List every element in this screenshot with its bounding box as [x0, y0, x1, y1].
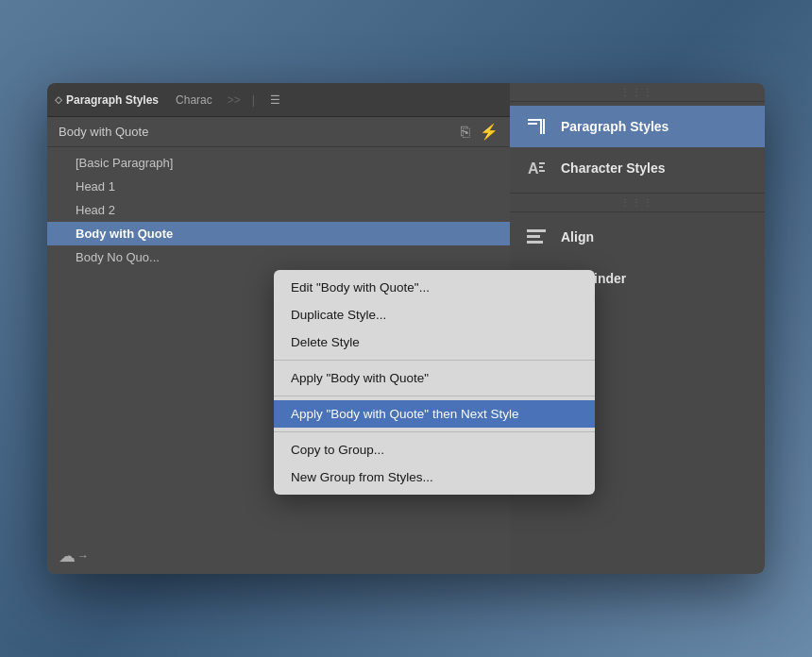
style-item-body-with-quote[interactable]: Body with Quote	[47, 222, 510, 245]
context-menu: Edit "Body with Quote"... Duplicate Styl…	[274, 270, 595, 495]
menu-item-copy-group[interactable]: Copy to Group...	[274, 436, 595, 463]
drag-dots: ⋮⋮⋮	[620, 87, 654, 97]
current-style-name: Body with Quote	[59, 125, 461, 139]
menu-item-apply-next[interactable]: Apply "Body with Quote" then Next Style	[274, 400, 595, 428]
right-panel-drag-handle-2: ⋮⋮⋮	[510, 194, 765, 212]
add-style-button[interactable]: ⎘	[461, 124, 470, 141]
style-item-basic-paragraph[interactable]: [Basic Paragraph]	[47, 151, 510, 175]
style-item-body-no-quote[interactable]: Body No Quo...	[47, 245, 510, 269]
right-panel-drag-handle: ⋮⋮⋮	[510, 83, 765, 102]
panel-title: Paragraph Styles	[66, 93, 159, 107]
style-header-actions: ⎘ ⚡	[461, 123, 499, 141]
context-menu-section-3: Apply "Body with Quote" then Next Style	[274, 396, 595, 432]
right-panel-item-paragraph-styles[interactable]: Paragraph Styles	[510, 106, 765, 147]
main-container: ◇ Paragraph Styles Charac >> | ☰ Body wi…	[47, 83, 765, 574]
character-styles-label: Character Styles	[561, 160, 666, 176]
tab-more[interactable]: >>	[226, 90, 243, 110]
cloud-arrow: →	[77, 549, 89, 563]
svg-text:A: A	[528, 160, 539, 177]
svg-rect-1	[528, 123, 537, 125]
context-menu-section-1: Edit "Body with Quote"... Duplicate Styl…	[274, 270, 595, 361]
right-panel-top-items: Paragraph Styles A Character Styles	[510, 102, 765, 194]
tab-charac[interactable]: Charac	[170, 90, 218, 110]
tab-divider: |	[250, 90, 257, 110]
align-icon	[523, 224, 550, 250]
paragraph-styles-label: Paragraph Styles	[561, 119, 668, 134]
right-panel-item-character-styles[interactable]: A Character Styles	[510, 147, 765, 189]
context-menu-section-4: Copy to Group... New Group from Styles..…	[274, 432, 595, 495]
svg-rect-3	[527, 229, 546, 232]
panel-tabs: Charac >> | ☰	[170, 90, 286, 110]
panel-header-title: ◇ Paragraph Styles	[55, 93, 159, 107]
style-header-row: Body with Quote ⎘ ⚡	[47, 117, 510, 147]
menu-item-duplicate[interactable]: Duplicate Style...	[274, 301, 595, 328]
menu-item-delete[interactable]: Delete Style	[274, 328, 595, 356]
panel-header: ◇ Paragraph Styles Charac >> | ☰	[47, 83, 510, 117]
menu-item-edit[interactable]: Edit "Body with Quote"...	[274, 274, 595, 301]
menu-item-apply[interactable]: Apply "Body with Quote"	[274, 364, 595, 392]
panel-bottom: ☁ →	[47, 538, 510, 574]
svg-rect-5	[527, 241, 543, 244]
svg-rect-0	[528, 119, 541, 121]
character-styles-icon: A	[523, 155, 550, 181]
tab-menu[interactable]: ☰	[264, 90, 286, 110]
cloud-icon: ☁	[59, 546, 76, 566]
right-panel-item-align[interactable]: Align	[510, 216, 765, 258]
context-menu-section-2: Apply "Body with Quote"	[274, 361, 595, 396]
lightning-button[interactable]: ⚡	[480, 123, 499, 141]
diamond-icon: ◇	[55, 94, 62, 105]
drag-dots-2: ⋮⋮⋮	[620, 197, 654, 208]
style-item-head-1[interactable]: Head 1	[47, 175, 510, 198]
svg-rect-4	[527, 235, 540, 238]
menu-item-new-group[interactable]: New Group from Styles...	[274, 463, 595, 491]
align-label: Align	[561, 229, 594, 244]
paragraph-styles-icon	[523, 113, 550, 140]
style-item-head-2[interactable]: Head 2	[47, 198, 510, 222]
